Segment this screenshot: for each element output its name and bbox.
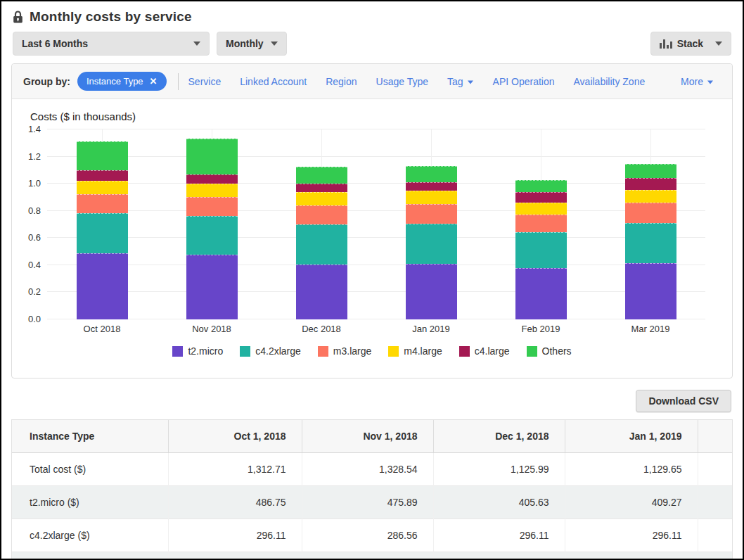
bar-segment-others[interactable] xyxy=(77,141,128,170)
stacked-bar[interactable] xyxy=(625,164,676,319)
bar-segment-c4-large[interactable] xyxy=(406,182,457,191)
bar-segment-c4-large[interactable] xyxy=(625,178,676,190)
cost-cell xyxy=(433,552,565,559)
cost-table-body: Total cost ($)1,312.711,328.541,125.991,… xyxy=(12,453,732,559)
bar-segment-m4-large[interactable] xyxy=(406,191,457,204)
bar-segment-others[interactable] xyxy=(625,164,676,178)
bar-column-dec-2018 xyxy=(267,129,376,319)
bar-segment-c4-2xlarge[interactable] xyxy=(77,213,128,253)
stacked-bar[interactable] xyxy=(515,180,567,319)
bar-segment-m3-large[interactable] xyxy=(406,204,457,224)
chart-style-button[interactable]: Stack xyxy=(650,32,731,56)
bar-segment-t2-micro[interactable] xyxy=(406,264,457,319)
cost-table-wrap: Instance TypeOct 1, 2018Nov 1, 2018Dec 1… xyxy=(11,419,733,559)
bar-segment-others[interactable] xyxy=(296,167,347,184)
bar-column-feb-2019 xyxy=(486,129,596,319)
table-row: t2.micro ($)486.75475.89405.63409.27 xyxy=(12,486,732,519)
legend-label: c4.2xlarge xyxy=(255,345,301,357)
bar-segment-others[interactable] xyxy=(515,180,567,192)
legend-item-m3-large: m3.large xyxy=(318,345,371,357)
bar-segment-t2-micro[interactable] xyxy=(77,253,128,319)
remove-filter-icon[interactable]: ✕ xyxy=(150,77,158,86)
cost-table: Instance TypeOct 1, 2018Nov 1, 2018Dec 1… xyxy=(12,420,732,559)
stacked-bar[interactable] xyxy=(77,141,128,319)
stacked-bar[interactable] xyxy=(296,167,347,319)
empty-cell xyxy=(698,486,732,519)
bar-segment-c4-large[interactable] xyxy=(77,170,128,181)
download-csv-button[interactable]: Download CSV xyxy=(636,390,731,412)
bar-column-nov-2018 xyxy=(157,129,267,319)
cost-cell: 486.75 xyxy=(168,486,302,519)
stacked-bar[interactable] xyxy=(406,166,457,319)
group-by-option-availability-zone[interactable]: Availability Zone xyxy=(574,72,646,91)
group-by-option-service[interactable]: Service xyxy=(188,72,222,91)
csv-row: Download CSV xyxy=(13,390,731,412)
bar-segment-m4-large[interactable] xyxy=(77,181,128,194)
column-header: Jan 1, 2019 xyxy=(565,420,698,453)
active-filter-pill[interactable]: Instance Type ✕ xyxy=(77,72,167,91)
bar-segment-c4-2xlarge[interactable] xyxy=(186,216,238,255)
x-tick-label: Dec 2018 xyxy=(267,324,376,334)
bar-segment-m4-large[interactable] xyxy=(186,184,238,197)
bar-segment-c4-2xlarge[interactable] xyxy=(406,224,457,264)
group-by-option-more[interactable]: More xyxy=(681,72,714,91)
group-by-option-label: Linked Account xyxy=(240,76,307,87)
bar-segment-c4-2xlarge[interactable] xyxy=(625,223,676,263)
bar-segment-m3-large[interactable] xyxy=(515,215,567,232)
bar-segment-others[interactable] xyxy=(406,166,457,182)
chart-title: Costs ($ in thousands) xyxy=(30,110,732,125)
group-by-option-tag[interactable]: Tag xyxy=(447,72,474,91)
column-header: Instance Type xyxy=(12,420,168,453)
chart-legend: t2.microc4.2xlargem3.largem4.largec4.lar… xyxy=(12,345,732,357)
bar-segment-c4-2xlarge[interactable] xyxy=(515,232,567,268)
x-tick-label: Jan 2019 xyxy=(376,324,486,334)
bar-segment-others[interactable] xyxy=(186,139,238,174)
chart-plot xyxy=(47,129,705,319)
legend-item-c4-2xlarge: c4.2xlarge xyxy=(240,345,301,357)
bar-segment-m3-large[interactable] xyxy=(296,205,347,224)
cost-table-header: Instance TypeOct 1, 2018Nov 1, 2018Dec 1… xyxy=(12,420,732,453)
y-tick-label: 0.4 xyxy=(28,260,41,270)
group-by-option-label: API Operation xyxy=(493,76,555,87)
report-window: Monthly costs by service Last 6 Months M… xyxy=(0,0,744,560)
bar-segment-c4-2xlarge[interactable] xyxy=(296,224,347,265)
date-range-button[interactable]: Last 6 Months xyxy=(13,32,210,56)
row-label: Total cost ($) xyxy=(12,453,168,486)
legend-label: t2.micro xyxy=(188,345,223,357)
y-tick-label: 1.4 xyxy=(28,124,41,134)
bar-segment-t2-micro[interactable] xyxy=(186,255,238,319)
x-tick-label: Nov 2018 xyxy=(157,324,267,334)
cost-cell: 286.56 xyxy=(302,519,433,552)
bar-segment-m4-large[interactable] xyxy=(515,203,567,215)
active-filter-label: Instance Type xyxy=(86,76,143,87)
group-by-option-label: Usage Type xyxy=(376,76,428,87)
bar-segment-m4-large[interactable] xyxy=(296,192,347,205)
group-by-option-linked-account[interactable]: Linked Account xyxy=(240,72,307,91)
group-by-option-usage-type[interactable]: Usage Type xyxy=(376,72,428,91)
granularity-button[interactable]: Monthly xyxy=(217,32,287,56)
bar-segment-m4-large[interactable] xyxy=(625,190,676,203)
bar-segment-m3-large[interactable] xyxy=(625,203,676,223)
lock-icon xyxy=(13,11,23,24)
cost-cell: 409.27 xyxy=(565,486,698,519)
cost-cell: 1,328.54 xyxy=(302,453,433,486)
stacked-bar[interactable] xyxy=(186,139,238,319)
bar-segment-t2-micro[interactable] xyxy=(625,263,676,319)
cost-cell xyxy=(168,552,302,559)
empty-cell xyxy=(698,519,732,552)
bar-segment-m3-large[interactable] xyxy=(186,197,238,216)
bar-segment-c4-large[interactable] xyxy=(515,192,567,203)
group-by-option-api-operation[interactable]: API Operation xyxy=(493,72,555,91)
bar-segment-t2-micro[interactable] xyxy=(296,265,347,319)
bar-segment-t2-micro[interactable] xyxy=(515,268,567,319)
y-axis: 0.00.20.40.60.81.01.21.4 xyxy=(12,129,47,319)
bar-segment-c4-large[interactable] xyxy=(186,174,238,184)
group-by-option-region[interactable]: Region xyxy=(326,72,357,91)
bar-segment-m3-large[interactable] xyxy=(77,194,128,213)
cost-cell: 296.11 xyxy=(168,519,302,552)
column-header: Oct 1, 2018 xyxy=(168,420,302,453)
group-by-option-label: Region xyxy=(326,76,357,87)
granularity-label: Monthly xyxy=(226,38,264,49)
date-range-label: Last 6 Months xyxy=(22,38,88,49)
bar-segment-c4-large[interactable] xyxy=(296,184,347,192)
